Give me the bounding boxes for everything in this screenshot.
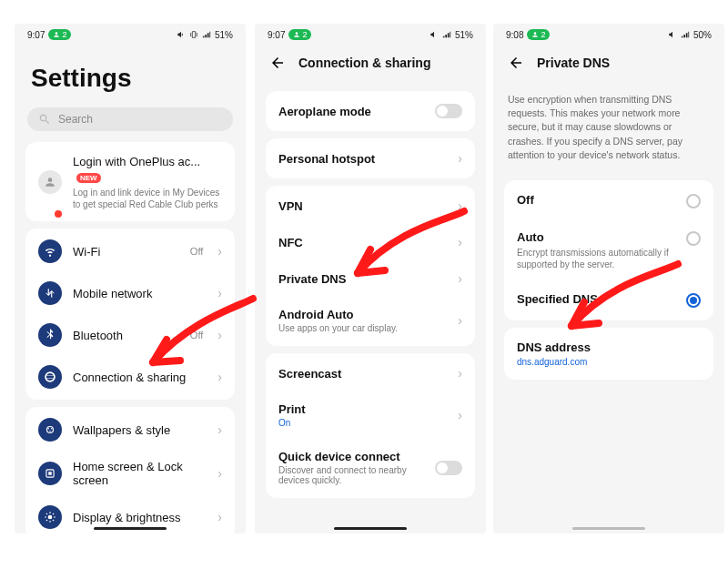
person-icon [53, 31, 60, 38]
volume-off-icon [668, 30, 677, 39]
signal-icon [442, 30, 451, 39]
battery-percent: 50% [693, 30, 712, 40]
new-badge: NEW [76, 173, 101, 183]
search-icon [38, 113, 51, 126]
svg-line-12 [53, 520, 54, 521]
vibrate-icon [189, 30, 198, 39]
account-title: Login with OnePlus ac... [73, 155, 200, 168]
chevron-right-icon: › [458, 151, 462, 166]
volume-off-icon [177, 30, 186, 39]
status-bar: 9:07 2 51% [255, 24, 486, 42]
svg-point-3 [49, 431, 51, 432]
chevron-right-icon: › [458, 271, 462, 286]
hotspot-row[interactable]: Personal hotspot › [266, 140, 475, 177]
alert-dot [55, 210, 62, 218]
wifi-state: Off [190, 246, 203, 257]
notification-pill: 2 [288, 29, 311, 40]
svg-point-1 [47, 428, 49, 430]
dns-address-value: dns.adguard.com [517, 357, 591, 367]
chevron-right-icon: › [217, 244, 222, 259]
chevron-right-icon: › [217, 422, 222, 437]
nfc-row[interactable]: NFC › [266, 224, 475, 260]
phone-private-dns: 9:08 2 50% Private DNS Use encryption wh… [493, 24, 724, 533]
back-arrow-icon[interactable] [269, 55, 286, 71]
nav-bar[interactable] [334, 527, 407, 530]
private-dns-row[interactable]: Private DNS › [266, 260, 475, 297]
svg-rect-5 [48, 472, 52, 475]
volume-off-icon [430, 30, 439, 39]
dns-address-row[interactable]: DNS address dns.adguard.com [504, 330, 713, 378]
notification-pill: 2 [48, 29, 71, 40]
mobile-data-icon [38, 281, 62, 305]
wifi-row[interactable]: Wi-Fi Off › [25, 230, 235, 272]
status-bar: 9:08 2 50% [493, 24, 724, 42]
chevron-right-icon: › [217, 466, 222, 481]
chevron-right-icon: › [458, 313, 462, 328]
nav-bar[interactable] [572, 527, 645, 530]
notification-pill: 2 [527, 29, 550, 40]
svg-line-11 [46, 513, 47, 514]
aeroplane-row[interactable]: Aeroplane mode [266, 93, 475, 129]
screencast-row[interactable]: Screencast › [266, 355, 475, 391]
dns-specified-row[interactable]: Specified DNS [504, 281, 713, 319]
mobile-network-row[interactable]: Mobile network › [25, 272, 235, 314]
home-lock-row[interactable]: Home screen & Lock screen › [25, 451, 235, 496]
quick-connect-row[interactable]: Quick device connect Discover and connec… [266, 439, 475, 496]
back-arrow-icon[interactable] [508, 55, 524, 71]
radio-specified[interactable] [686, 293, 701, 308]
chevron-right-icon: › [458, 235, 462, 249]
connection-sharing-row[interactable]: Connection & sharing › [25, 356, 235, 398]
dns-auto-row[interactable]: Auto Encrypt transmissions automatically… [504, 219, 713, 281]
bluetooth-row[interactable]: Bluetooth Off › [25, 314, 235, 356]
chevron-right-icon: › [217, 510, 222, 524]
page-title: Settings [15, 42, 246, 104]
quick-connect-toggle[interactable] [435, 461, 462, 475]
dns-off-row[interactable]: Off [504, 182, 713, 219]
print-row[interactable]: Print On › [266, 391, 475, 439]
signal-icon [681, 30, 690, 39]
chevron-right-icon: › [458, 366, 462, 381]
bluetooth-icon [38, 323, 62, 347]
screen-header: Connection & sharing [255, 42, 486, 84]
svg-line-14 [53, 513, 54, 514]
radio-off[interactable] [686, 194, 701, 208]
search-input[interactable]: Search [27, 107, 233, 131]
chevron-right-icon: › [458, 198, 462, 213]
nav-bar[interactable] [94, 527, 167, 530]
login-oneplus-row[interactable]: Login with OnePlus ac... NEW Log in and … [25, 144, 235, 219]
svg-line-13 [46, 520, 47, 521]
clock: 9:08 [506, 30, 523, 40]
android-auto-row[interactable]: Android Auto Use apps on your car displa… [266, 297, 475, 344]
aeroplane-toggle[interactable] [435, 104, 462, 118]
radio-auto[interactable] [686, 231, 701, 246]
chevron-right-icon: › [217, 286, 222, 300]
status-bar: 9:07 2 51% [15, 24, 246, 42]
connection-sharing-icon [38, 365, 62, 389]
battery-percent: 51% [215, 30, 233, 40]
wallpapers-row[interactable]: Wallpapers & style › [25, 409, 235, 451]
vpn-row[interactable]: VPN › [266, 188, 475, 224]
wallpapers-icon [38, 418, 62, 442]
svg-point-2 [51, 428, 53, 430]
chevron-right-icon: › [217, 370, 222, 384]
battery-percent: 51% [455, 30, 473, 40]
account-sub: Log in and link device in My Devices to … [73, 188, 222, 210]
phone-settings-main: 9:07 2 51% Settings Search [15, 24, 246, 533]
phone-connection-sharing: 9:07 2 51% Connection & sharing Aeroplan… [255, 24, 486, 533]
wifi-icon [38, 239, 62, 263]
signal-icon [202, 30, 211, 39]
home-lock-icon [38, 462, 62, 485]
clock: 9:07 [27, 30, 45, 40]
chevron-right-icon: › [458, 408, 462, 422]
clock: 9:07 [268, 30, 285, 40]
screen-header: Private DNS [493, 42, 724, 84]
chevron-right-icon: › [217, 328, 222, 342]
bluetooth-state: Off [190, 330, 203, 340]
svg-point-6 [48, 515, 53, 520]
help-text: Use encryption when transmitting DNS req… [493, 84, 724, 173]
brightness-icon [38, 505, 62, 529]
account-icon [38, 170, 62, 194]
